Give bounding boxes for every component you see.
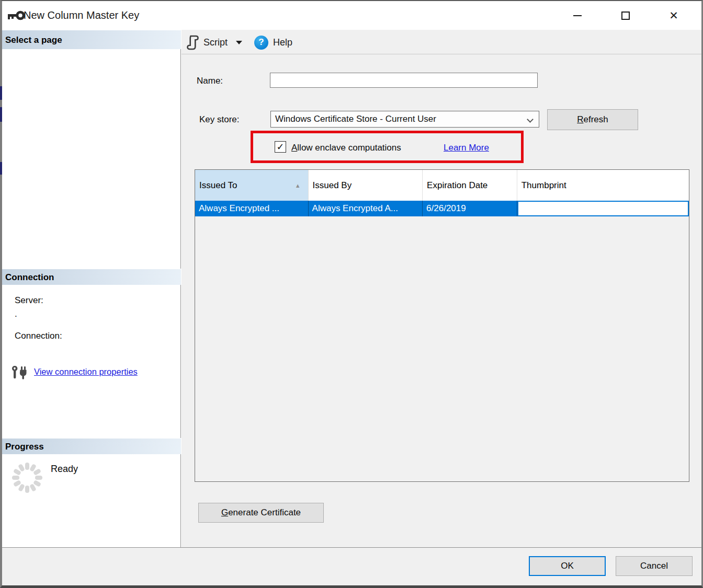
key-store-dropdown[interactable]: Windows Certificate Store - Current User [270,111,539,128]
maximize-icon [621,11,630,20]
refresh-accesskey: R [577,114,583,124]
checkmark-icon: ✓ [276,142,284,152]
window-title: New Column Master Key [24,1,139,30]
server-label: Server: [15,295,43,306]
minimize-icon [573,15,582,16]
help-button[interactable]: ? Help [254,33,292,51]
view-connection-properties-link[interactable]: View connection properties [34,367,138,377]
chevron-down-icon [527,116,534,123]
cancel-button[interactable]: Cancel [616,556,693,576]
close-icon: ✕ [669,9,678,22]
new-column-master-key-dialog: New Column Master Key ✕ Select a page Co… [0,0,703,588]
key-store-selected-value: Windows Certificate Store - Current User [275,114,436,124]
column-header-issued-to[interactable]: Issued To ▲ [195,170,309,201]
script-label: Script [203,37,228,48]
thumbprint-input[interactable] [517,201,689,216]
name-input[interactable] [270,73,538,88]
key-icon [7,9,25,22]
allow-enclave-computations-label: Allow enclave computations [291,143,401,153]
help-question-glyph: ? [258,37,264,48]
refresh-button[interactable]: Refresh [547,109,638,130]
server-value: . [15,309,17,319]
learn-more-link[interactable]: Learn More [444,143,489,153]
allow-label-rest: llow enclave computations [297,143,401,153]
progress-spinner-icon [10,461,44,494]
progress-status: Ready [51,464,78,475]
connection-label: Connection: [15,331,62,341]
cell-thumbprint [517,201,689,216]
column-header-label: Issued By [313,180,352,191]
minimize-button[interactable] [565,1,590,30]
certificates-table-header: Issued To ▲ Issued By Expiration Date Th… [195,170,689,201]
help-label: Help [273,37,292,48]
certificates-table: Issued To ▲ Issued By Expiration Date Th… [195,169,689,482]
name-label: Name: [197,76,223,86]
title-bar: New Column Master Key ✕ [2,1,701,30]
connection-properties-icon [10,364,28,381]
allow-accesskey: A [291,143,297,153]
progress-section-header: Progress [2,438,181,454]
allow-enclave-computations-checkbox[interactable]: ✓ [275,141,286,153]
script-dropdown-caret-icon[interactable] [236,41,242,44]
column-header-label: Thumbprint [521,180,566,191]
maximize-button[interactable] [613,1,638,30]
help-icon: ? [254,36,268,50]
refresh-label-rest: efresh [584,114,608,124]
key-store-label: Key store: [199,114,240,125]
generate-accesskey: G [221,508,228,517]
column-header-expiration-date[interactable]: Expiration Date [423,170,517,201]
cell-issued-by: Always Encrypted A... [309,201,423,216]
column-header-label: Expiration Date [427,180,487,191]
generate-certificate-button[interactable]: Generate Certificate [198,503,324,523]
close-button[interactable]: ✕ [661,1,686,30]
certificate-row-selected[interactable]: Always Encrypted ... Always Encrypted A.… [195,201,689,216]
script-icon [186,35,199,50]
column-header-label: Issued To [199,180,237,191]
ok-button[interactable]: OK [529,556,606,576]
sort-ascending-icon: ▲ [295,182,304,189]
column-header-thumbprint[interactable]: Thumbprint [517,170,689,201]
select-a-page-header: Select a page [2,30,181,49]
column-header-issued-by[interactable]: Issued By [309,170,423,201]
connection-section-header: Connection [2,269,181,285]
cell-issued-to: Always Encrypted ... [195,201,309,216]
generate-label-rest: enerate Certificate [228,508,301,517]
cell-expiration-date: 6/26/2019 [423,201,517,216]
script-button[interactable]: Script [186,33,242,51]
